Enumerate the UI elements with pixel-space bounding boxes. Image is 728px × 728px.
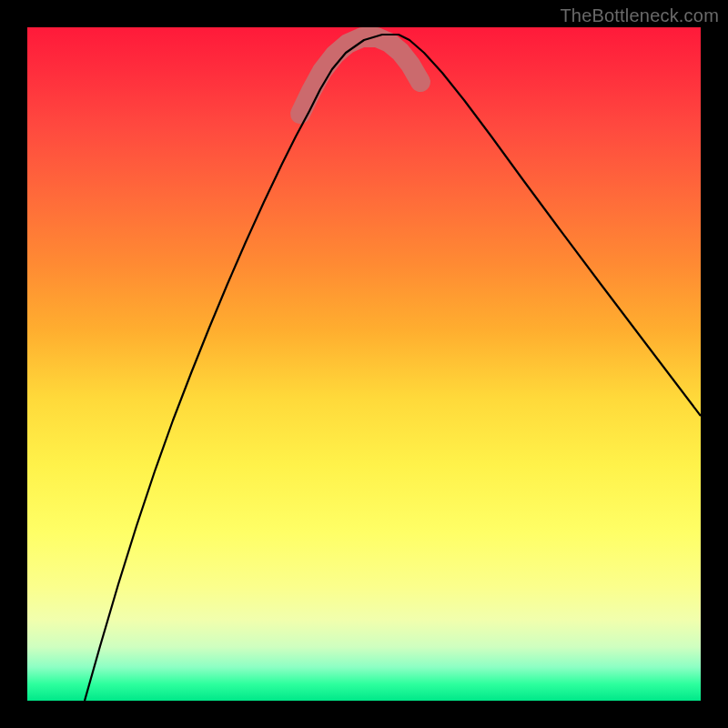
plot-area <box>27 27 701 701</box>
series-curve <box>85 35 701 701</box>
chart-svg <box>27 27 701 701</box>
chart-stage: TheBottleneck.com <box>0 0 728 728</box>
series-highlight-band <box>300 37 420 114</box>
watermark-text: TheBottleneck.com <box>560 5 719 26</box>
